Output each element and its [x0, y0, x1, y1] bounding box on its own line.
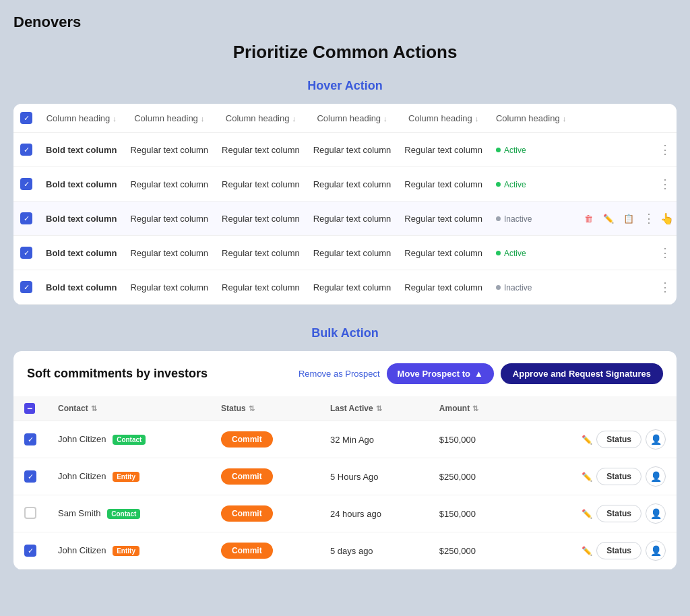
row-checkbox[interactable]: ✓	[20, 212, 32, 224]
bulk-row-check-cell	[13, 495, 47, 532]
bulk-row-amount: $250,000	[429, 532, 520, 569]
bulk-edit-icon[interactable]: ✏️	[582, 472, 592, 482]
row-col3: Regular text column	[215, 236, 307, 270]
row-col4: Regular text column	[307, 270, 398, 305]
row-checkbox-cell: ✓	[13, 202, 39, 236]
bulk-row-amount: $150,000	[429, 495, 520, 532]
bulk-action-section: Bulk Action Soft commitments by investor…	[13, 326, 677, 569]
col-heading-2: Column heading↓	[123, 104, 215, 133]
bulk-row-actions: ✏️ Status 👤	[519, 458, 677, 495]
edit-icon[interactable]: ✏️	[600, 210, 617, 227]
more-options-icon[interactable]: ⋮	[656, 278, 674, 296]
bulk-select-all-checkbox[interactable]: −	[24, 403, 35, 414]
bulk-row-actions: ✏️ Status 👤	[519, 421, 677, 458]
commit-badge: Commit	[221, 505, 273, 522]
row-col3: Regular text column	[215, 167, 307, 202]
row-col2: Regular text column	[123, 236, 215, 270]
col-heading-1: Column heading↓	[39, 104, 123, 133]
contact-name: Sam Smith	[58, 508, 101, 518]
bulk-table: − Contact⇅ Status⇅ Last Active⇅ Amount⇅	[13, 396, 677, 569]
row-col1: Bold text column	[39, 202, 123, 236]
row-col4: Regular text column	[307, 167, 398, 202]
bulk-row-contact: John Citizen Entity	[47, 458, 210, 495]
row-col4: Regular text column	[307, 236, 398, 270]
bulk-status-button[interactable]: Status	[596, 542, 641, 559]
bulk-table-row: Sam Smith Contact Commit 24 hours ago $1…	[13, 495, 677, 532]
move-prospect-label: Move Prospect to	[398, 369, 470, 379]
bulk-row-status: Commit	[210, 458, 319, 495]
row-col5: Regular text column	[398, 236, 489, 270]
bulk-table-row: ✓ John Citizen Contact Commit 32 Min Ago…	[13, 421, 677, 458]
hover-table-row: ✓ Bold text column Regular text column R…	[13, 270, 677, 305]
hover-action-section: Hover Action ✓ Column heading↓ Column he…	[13, 79, 677, 305]
delete-icon[interactable]: 🗑	[579, 210, 597, 227]
contact-name: John Citizen	[58, 545, 106, 555]
contact-name: John Citizen	[58, 434, 106, 444]
bulk-row-status: Commit	[210, 495, 319, 532]
row-checkbox-cell: ✓	[13, 133, 39, 167]
document-icon[interactable]: 📋	[620, 210, 637, 227]
more-options-icon[interactable]: ⋮	[656, 244, 674, 261]
bulk-status-button[interactable]: Status	[596, 468, 641, 485]
bulk-row-amount: $250,000	[429, 458, 520, 495]
commit-badge: Commit	[221, 431, 273, 448]
row-checkbox[interactable]: ✓	[20, 247, 32, 259]
bulk-status-button[interactable]: Status	[596, 505, 641, 522]
row-checkbox[interactable]: ✓	[20, 144, 32, 156]
bulk-row-actions: ✏️ Status 👤	[519, 495, 677, 532]
page-title: Prioritize Common Actions	[13, 42, 677, 63]
bulk-row-check-cell: ✓	[13, 532, 47, 569]
bulk-user-button[interactable]: 👤	[646, 503, 666, 524]
row-actions-cell: ⋮	[573, 167, 677, 202]
bulk-row-checkbox[interactable]	[24, 507, 36, 519]
row-col3: Regular text column	[215, 270, 307, 305]
bulk-edit-icon[interactable]: ✏️	[582, 435, 592, 445]
row-checkbox-cell: ✓	[13, 270, 39, 305]
bulk-row-checkbox[interactable]: ✓	[24, 545, 36, 557]
bulk-row-checkbox[interactable]: ✓	[24, 433, 36, 445]
row-actions-cell: ⋮	[573, 133, 677, 167]
row-checkbox-cell: ✓	[13, 236, 39, 270]
bulk-user-button[interactable]: 👤	[646, 541, 666, 561]
row-col4: Regular text column	[307, 133, 398, 167]
row-col2: Regular text column	[123, 167, 215, 202]
more-options-icon[interactable]: ⋮	[656, 141, 674, 158]
bulk-col-contact: Contact⇅	[47, 396, 210, 421]
bulk-row-last-active: 24 hours ago	[319, 495, 429, 532]
contact-tag: Entity	[113, 546, 139, 556]
remove-prospect-button[interactable]: Remove as Prospect	[299, 369, 380, 379]
select-all-checkbox[interactable]: ✓	[20, 112, 32, 124]
cursor-icon: 👆	[660, 212, 674, 225]
hover-table: ✓ Column heading↓ Column heading↓ Column…	[13, 104, 677, 305]
bulk-row-contact: Sam Smith Contact	[47, 495, 210, 532]
row-col2: Regular text column	[123, 202, 215, 236]
bulk-row-status: Commit	[210, 532, 319, 569]
bulk-table-title: Soft commitments by investors	[27, 367, 208, 381]
hover-table-row: ✓ Bold text column Regular text column R…	[13, 236, 677, 270]
row-col1: Bold text column	[39, 133, 123, 167]
bulk-table-row: ✓ John Citizen Entity Commit 5 days ago …	[13, 532, 677, 569]
col-heading-4: Column heading↓	[307, 104, 398, 133]
row-col2: Regular text column	[123, 133, 215, 167]
bulk-edit-icon[interactable]: ✏️	[582, 509, 592, 519]
bulk-row-contact: John Citizen Entity	[47, 532, 210, 569]
app-title: Denovers	[13, 13, 677, 31]
more-options-icon[interactable]: ⋮	[640, 210, 658, 227]
row-actions-cell: ⋮	[573, 270, 677, 305]
bulk-status-button[interactable]: Status	[596, 431, 641, 448]
row-col3: Regular text column	[215, 133, 307, 167]
row-checkbox-cell: ✓	[13, 167, 39, 202]
bulk-user-button[interactable]: 👤	[646, 429, 666, 450]
move-prospect-button[interactable]: Move Prospect to ▲	[387, 363, 494, 384]
more-options-icon[interactable]: ⋮	[656, 175, 674, 193]
bulk-row-last-active: 32 Min Ago	[319, 421, 429, 458]
bulk-user-button[interactable]: 👤	[646, 466, 666, 487]
bulk-row-checkbox[interactable]: ✓	[24, 470, 36, 483]
bulk-row-actions: ✏️ Status 👤	[519, 532, 677, 569]
bulk-edit-icon[interactable]: ✏️	[582, 546, 592, 556]
row-checkbox[interactable]: ✓	[20, 281, 32, 293]
bulk-row-amount: $150,000	[429, 421, 520, 458]
row-checkbox[interactable]: ✓	[20, 178, 32, 190]
approve-signatures-button[interactable]: Approve and Request Signatures	[501, 363, 663, 384]
contact-tag: Entity	[113, 472, 139, 482]
